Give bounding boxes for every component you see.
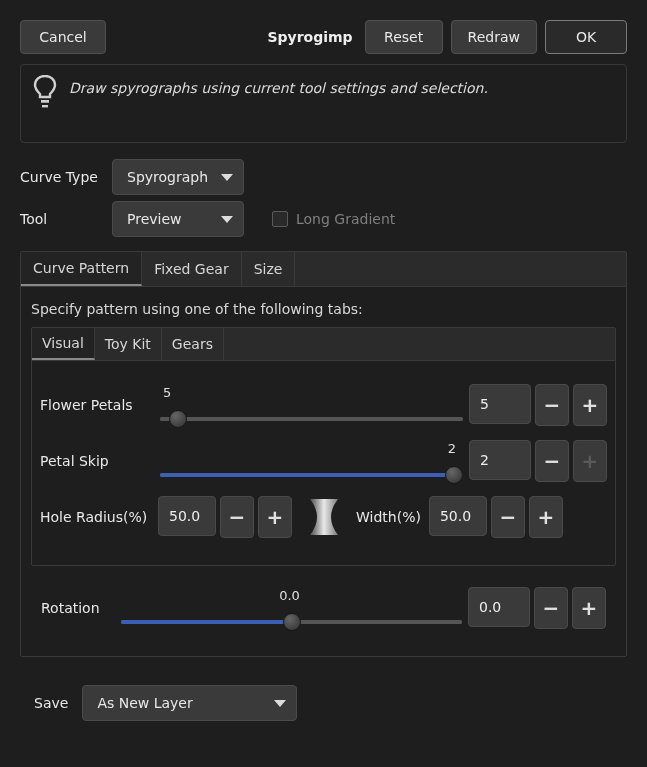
long-gradient-checkbox[interactable]: Long Gradient	[272, 211, 395, 227]
hole-radius-spin: 50.0 − +	[158, 496, 292, 538]
tab-note: Specify pattern using one of the followi…	[31, 301, 616, 317]
tool-label: Tool	[20, 211, 98, 227]
rotation-minus[interactable]: −	[534, 587, 568, 629]
curve-type-select[interactable]: Spyrograph	[112, 159, 244, 195]
shape-preview-icon	[304, 497, 344, 537]
save-value: As New Layer	[97, 695, 192, 711]
rotation-slider-wrap: 0.0	[119, 588, 460, 628]
hole-width-row: Hole Radius(%) 50.0 − +	[40, 495, 607, 539]
width-spin: 50.0 − +	[429, 496, 563, 538]
curve-type-label: Curve Type	[20, 169, 98, 185]
width-value[interactable]: 50.0	[429, 496, 487, 536]
tab-fixed-gear[interactable]: Fixed Gear	[142, 252, 242, 286]
petal-skip-plus: +	[573, 440, 607, 482]
width-label: Width(%)	[356, 509, 421, 525]
rotation-tip: 0.0	[279, 588, 300, 603]
hole-radius-label: Hole Radius(%)	[40, 509, 150, 525]
rotation-label: Rotation	[41, 600, 111, 616]
rotation-row: Rotation 0.0 0.0 − +	[31, 584, 616, 644]
flower-petals-value[interactable]: 5	[469, 384, 531, 424]
hint-text: Draw spyrographs using current tool sett…	[69, 75, 488, 96]
svg-rect-0	[41, 100, 49, 103]
long-gradient-label: Long Gradient	[296, 211, 395, 227]
reset-button[interactable]: Reset	[365, 20, 443, 54]
tool-select[interactable]: Preview	[112, 201, 244, 237]
ok-button[interactable]: OK	[545, 20, 627, 54]
main-tab-bar: Curve Pattern Fixed Gear Size	[21, 252, 626, 287]
width-minus[interactable]: −	[491, 496, 525, 538]
chevron-down-icon	[221, 216, 233, 223]
hole-radius-plus[interactable]: +	[258, 496, 292, 538]
save-row: Save As New Layer	[34, 685, 627, 721]
hole-radius-value[interactable]: 50.0	[158, 496, 216, 536]
tool-value: Preview	[127, 211, 182, 227]
width-plus[interactable]: +	[529, 496, 563, 538]
petal-skip-slider[interactable]	[160, 473, 463, 477]
main-tab-panel: Curve Pattern Fixed Gear Size Specify pa…	[20, 251, 627, 657]
checkbox-box-icon	[272, 211, 288, 227]
petal-skip-minus[interactable]: −	[535, 440, 569, 482]
flower-petals-minus[interactable]: −	[535, 384, 569, 426]
rotation-value[interactable]: 0.0	[468, 587, 530, 627]
inner-tab-gears[interactable]: Gears	[162, 328, 224, 360]
flower-petals-slider[interactable]	[160, 417, 463, 421]
rotation-slider[interactable]	[121, 620, 462, 624]
flower-petals-tip: 5	[163, 385, 171, 400]
inner-tab-visual[interactable]: Visual	[32, 328, 95, 360]
chevron-down-icon	[221, 174, 233, 181]
tab-size[interactable]: Size	[242, 252, 296, 286]
dialog-title: Spyrogimp	[267, 29, 352, 45]
tab-curve-pattern[interactable]: Curve Pattern	[21, 252, 142, 286]
dialog-header: Cancel Spyrogimp Reset Redraw OK	[20, 20, 627, 54]
hole-radius-minus[interactable]: −	[220, 496, 254, 538]
petal-skip-row: Petal Skip 2 2 − +	[40, 439, 607, 483]
flower-petals-plus[interactable]: +	[573, 384, 607, 426]
svg-rect-1	[42, 105, 48, 107]
cancel-button[interactable]: Cancel	[20, 20, 106, 54]
rotation-spin: 0.0 − +	[468, 587, 606, 629]
rotation-plus[interactable]: +	[572, 587, 606, 629]
flower-petals-spin: 5 − +	[469, 384, 607, 426]
petal-skip-label: Petal Skip	[40, 453, 150, 469]
petal-skip-slider-wrap: 2	[158, 441, 461, 481]
save-label: Save	[34, 695, 68, 711]
flower-petals-slider-wrap: 5	[158, 385, 461, 425]
inner-tab-bar: Visual Toy Kit Gears	[32, 328, 615, 361]
petal-skip-tip: 2	[448, 441, 456, 456]
lightbulb-icon	[33, 75, 57, 112]
save-select[interactable]: As New Layer	[82, 685, 297, 721]
flower-petals-label: Flower Petals	[40, 397, 150, 413]
inner-tab-toy-kit[interactable]: Toy Kit	[95, 328, 162, 360]
curve-type-value: Spyrograph	[127, 169, 208, 185]
inner-tab-panel: Visual Toy Kit Gears Flower Petals 5	[31, 327, 616, 566]
flower-petals-row: Flower Petals 5 5 − +	[40, 383, 607, 427]
petal-skip-value[interactable]: 2	[469, 440, 531, 480]
petal-skip-spin: 2 − +	[469, 440, 607, 482]
chevron-down-icon	[274, 700, 286, 707]
redraw-button[interactable]: Redraw	[451, 20, 537, 54]
hint-panel: Draw spyrographs using current tool sett…	[20, 64, 627, 143]
